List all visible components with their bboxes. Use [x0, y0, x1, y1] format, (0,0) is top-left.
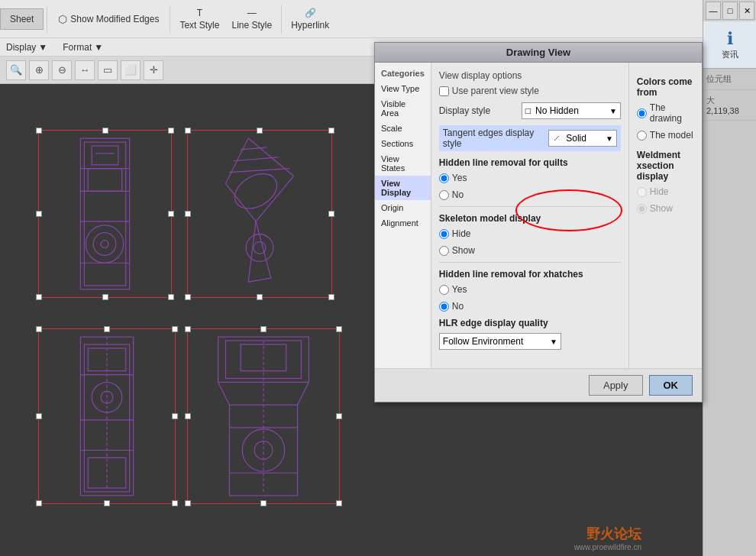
hyperlink-icon: 🔗: [305, 8, 316, 18]
pan-btn[interactable]: ↔: [75, 60, 95, 80]
use-parent-row: Use parent view style: [439, 86, 621, 96]
hlr-quilts-label: Hidden line removal for quilts: [439, 157, 621, 168]
dialog-right-panel: Colors come from The drawing The model W: [628, 63, 702, 368]
zoom-out-btn[interactable]: ⊖: [52, 60, 72, 80]
hlr-xhatches-no-label[interactable]: No: [439, 301, 464, 312]
svg-rect-10: [92, 146, 118, 165]
colors-section: Colors come from The drawing The model: [637, 76, 694, 141]
text-style-btn[interactable]: T Text Style: [173, 5, 225, 34]
colors-drawing-row: The drawing: [637, 102, 694, 124]
cat-view-display[interactable]: View Display: [375, 176, 431, 200]
separator1: [47, 5, 47, 33]
hlr-xhatches-yes-radio[interactable]: [439, 285, 449, 295]
colors-model-label[interactable]: The model: [637, 130, 693, 141]
tangent-edges-icon: ⟋: [552, 133, 561, 144]
modified-edges-btn[interactable]: ⬡ Show Modified Edges: [50, 10, 166, 28]
hlr-xhatches-yes-label[interactable]: Yes: [439, 284, 467, 295]
box-btn[interactable]: ⬜: [121, 60, 141, 80]
colors-drawing-radio[interactable]: [637, 108, 647, 118]
crosshair-btn[interactable]: ✛: [144, 60, 163, 80]
skeleton-show-label[interactable]: Show: [439, 245, 475, 256]
skeleton-hide-radio[interactable]: [439, 229, 449, 239]
watermark-brand: 野火论坛: [586, 525, 641, 543]
svg-rect-1: [84, 142, 125, 286]
hlr-xhatches-yes-row: Yes: [439, 284, 621, 295]
svg-point-4: [93, 233, 116, 256]
use-parent-checkbox[interactable]: [439, 86, 449, 96]
svg-line-15: [256, 176, 293, 221]
display-style-select[interactable]: □ No Hidden ▼: [522, 102, 621, 119]
hlr-quilts-section: Hidden line removal for quilts Yes No: [439, 157, 621, 200]
view-options-label: View display options: [439, 70, 621, 81]
tangent-edges-select[interactable]: ⟋ Solid ▼: [548, 130, 617, 147]
separator3: [281, 5, 282, 33]
weldment-show-radio: [637, 204, 647, 214]
skeleton-label: Skeleton model display: [439, 213, 621, 224]
view-box-2[interactable]: [187, 130, 332, 298]
cat-view-states[interactable]: View States: [375, 151, 431, 176]
cat-sections[interactable]: Sections: [375, 136, 431, 151]
svg-rect-39: [229, 405, 297, 496]
skeleton-hide-row: Hide: [439, 228, 621, 239]
zoom-in-btn[interactable]: ⊕: [29, 60, 49, 80]
svg-rect-33: [88, 457, 125, 488]
size-value: 2,119,38: [706, 106, 753, 115]
zoom-fit-btn[interactable]: 🔍: [6, 60, 26, 80]
skeleton-show-radio[interactable]: [439, 246, 449, 256]
hlr-edge-quality-label: HLR edge display quality: [439, 318, 621, 328]
size-section: 大 2,119,38: [703, 90, 756, 121]
cat-visible-area[interactable]: Visible Area: [375, 96, 431, 121]
watermark-url: www.proewildfire.cn: [574, 543, 641, 551]
colors-model-radio[interactable]: [637, 131, 647, 141]
cat-scale[interactable]: Scale: [375, 121, 431, 136]
svg-line-19: [248, 278, 271, 282]
toolbar-row1: Sheet ⬡ Show Modified Edges T Text Style…: [0, 0, 703, 38]
display-style-label: Display style: [439, 105, 515, 116]
skeleton-hide-label[interactable]: Hide: [439, 228, 471, 239]
hyperlink-btn[interactable]: 🔗 Hyperlink: [285, 5, 335, 34]
cat-origin[interactable]: Origin: [375, 200, 431, 215]
format-chevron: ▼: [94, 42, 103, 53]
weldment-hide-label[interactable]: Hide: [637, 186, 669, 197]
text-style-icon: T: [197, 8, 202, 18]
maximize-btn[interactable]: □: [722, 2, 738, 20]
hlr-quilts-no-label[interactable]: No: [439, 189, 464, 200]
categories-header: Categories: [375, 66, 431, 81]
use-parent-checkbox-label[interactable]: Use parent view style: [439, 86, 539, 96]
cat-alignment[interactable]: Alignment: [375, 215, 431, 231]
hlr-quilts-yes-radio[interactable]: [439, 173, 449, 183]
svg-line-23: [229, 169, 289, 173]
hlr-xhatches-section: Hidden line removal for xhatches Yes No: [439, 269, 621, 312]
hlr-quilts-yes-row: Yes: [439, 173, 621, 183]
weldment-show-label[interactable]: Show: [637, 203, 673, 214]
svg-rect-2: [88, 169, 121, 192]
display-menu[interactable]: Display ▼: [6, 42, 47, 53]
group-label: 位元组: [706, 73, 753, 85]
ok-button[interactable]: OK: [649, 375, 693, 396]
format-menu[interactable]: Format ▼: [63, 42, 103, 53]
view-box-1[interactable]: [38, 130, 172, 298]
hlr-edge-quality-select[interactable]: Follow Environment ▼: [439, 333, 561, 350]
apply-button[interactable]: Apply: [589, 375, 643, 396]
sheet-tab[interactable]: Sheet: [0, 8, 44, 30]
hlr-quilts-yes-label[interactable]: Yes: [439, 173, 467, 183]
tangent-edges-label: Tangent edges display style: [443, 128, 542, 149]
colors-label: Colors come from: [637, 76, 694, 98]
cat-view-type[interactable]: View Type: [375, 81, 431, 96]
view-box-3[interactable]: [38, 328, 176, 504]
hlr-edge-quality-section: HLR edge display quality Follow Environm…: [439, 318, 621, 350]
weldment-label: Weldment xsection display: [637, 150, 694, 182]
view-box-4[interactable]: [187, 328, 340, 504]
colors-drawing-label[interactable]: The drawing: [637, 102, 694, 124]
right-sidebar: — □ ✕ ℹ 资讯 位元组 大 2,119,38: [703, 0, 756, 556]
hlr-quilts-no-radio[interactable]: [439, 190, 449, 200]
minimize-btn[interactable]: —: [706, 2, 721, 20]
select-btn[interactable]: ▭: [98, 60, 118, 80]
dialog-content: View display options Use parent view sty…: [431, 63, 628, 368]
hlr-xhatches-no-radio[interactable]: [439, 302, 449, 312]
svg-line-24: [241, 147, 267, 150]
line-style-btn[interactable]: — Line Style: [225, 5, 278, 34]
dialog-footer: Apply OK: [375, 368, 702, 402]
drawing-view-dialog: Drawing View Categories View Type Visibl…: [374, 42, 703, 402]
close-btn[interactable]: ✕: [739, 2, 754, 20]
